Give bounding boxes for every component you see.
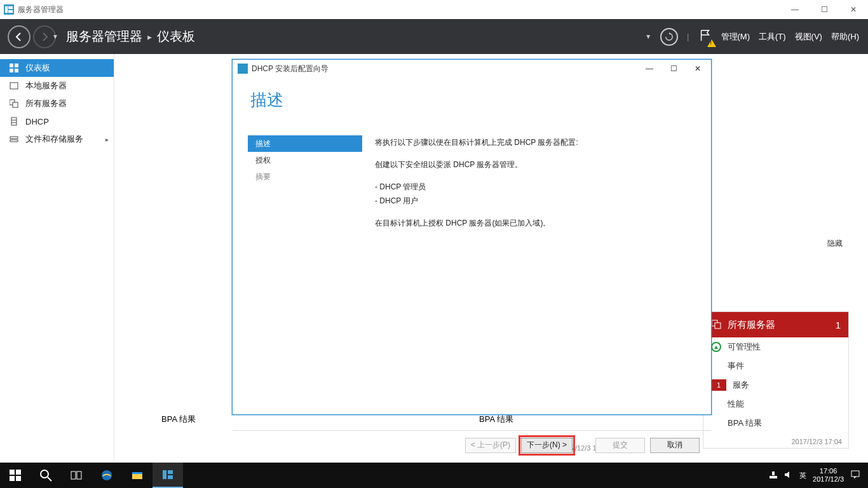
tray-clock[interactable]: 17:06 2017/12/3 [813,467,844,484]
tile-row-events[interactable]: 事件 [703,356,848,376]
dhcp-icon [9,116,19,126]
window-minimize-button[interactable]: — [780,0,810,19]
search-button[interactable] [31,463,61,488]
sidebar-item-dhcp[interactable]: DHCP [0,112,114,130]
menu-manage[interactable]: 管理(M) [721,31,750,43]
sidebar-item-label: DHCP [25,117,49,126]
commit-button: 提交 [595,438,645,453]
hide-link[interactable]: 隐藏 [827,238,843,249]
svg-rect-20 [16,476,21,481]
svg-rect-7 [10,83,18,89]
task-view-button[interactable] [61,463,92,488]
tray-notifications-icon[interactable] [850,470,860,481]
servers-icon [711,319,721,331]
dialog-footer: < 上一步(P) 下一步(N) > 提交 取消 [233,430,711,459]
servers-icon [9,98,19,109]
svg-rect-14 [10,140,18,142]
dialog-heading: 描述 [250,89,711,111]
wizard-step-summary: 摘要 [248,168,362,185]
svg-rect-6 [15,69,18,72]
window-titlebar: 服务器管理器 — ☐ ✕ [0,0,868,19]
window-close-button[interactable]: ✕ [839,0,868,19]
chevron-right-icon: ▸ [147,32,152,42]
svg-rect-5 [10,69,13,72]
svg-rect-3 [10,64,13,67]
svg-point-21 [41,470,48,478]
taskbar-ie[interactable] [92,463,122,488]
sidebar-item-all-servers[interactable]: 所有服务器 [0,95,114,112]
sidebar-item-label: 文件和存储服务 [25,133,83,145]
svg-rect-27 [132,472,142,474]
next-button[interactable]: 下一步(N) > [521,438,573,453]
tray-network-icon[interactable] [769,470,778,480]
error-badge: 1 [711,379,726,391]
start-button[interactable] [0,463,31,488]
app-icon [238,64,248,74]
sidebar-item-dashboard[interactable]: 仪表板 [0,59,114,77]
window-title: 服务器管理器 [18,4,64,15]
svg-rect-28 [163,470,166,479]
svg-rect-18 [16,470,21,475]
svg-rect-17 [10,470,15,475]
svg-rect-23 [71,471,76,479]
nav-back-button[interactable] [8,25,31,48]
sidebar-item-label: 仪表板 [25,62,50,74]
tile-all-servers[interactable]: 所有服务器 1 可管理性 事件 1 服务 性能 BPA 结果 [703,311,849,449]
svg-rect-29 [168,470,173,474]
sidebar-item-label: 本地服务器 [25,80,67,92]
menu-view[interactable]: 视图(V) [795,31,822,43]
svg-rect-19 [10,476,15,481]
tile-row-performance[interactable]: 性能 [703,395,848,414]
tile-header: 所有服务器 1 [703,312,848,337]
status-up-icon [711,342,721,352]
prev-button: < 上一步(P) [465,438,516,453]
breadcrumb: 服务器管理器 ▸ 仪表板 [66,28,195,45]
menu-help[interactable]: 帮助(H) [831,31,859,43]
svg-line-22 [48,477,51,481]
tile-row-bpa[interactable]: BPA 结果 [703,414,848,433]
svg-rect-31 [770,476,777,478]
tile-row-services[interactable]: 1 服务 [703,376,848,395]
dialog-titlebar[interactable]: DHCP 安装后配置向导 — ☐ ✕ [233,60,711,78]
tile-row-manageability[interactable]: 可管理性 [703,337,848,356]
sidebar-item-local-server[interactable]: 本地服务器 [0,77,114,95]
chevron-right-icon: ▸ [105,136,109,143]
dialog-maximize-button[interactable]: ☐ [665,64,682,73]
svg-rect-30 [168,475,173,479]
cancel-button[interactable]: 取消 [650,438,700,453]
tray-volume-icon[interactable] [784,470,793,480]
taskbar-server-manager[interactable] [153,463,183,488]
warning-badge-icon [707,39,716,47]
svg-rect-24 [77,471,81,479]
notifications-flag-icon[interactable] [698,29,712,44]
svg-rect-0 [5,6,8,13]
menu-tools[interactable]: 工具(T) [759,31,786,43]
main-content: 隐藏 1 BPA 结果 BPA 结果 2017/12/3 17:04 所有服务器… [114,54,868,463]
dialog-body-text: 将执行以下步骤以便在目标计算机上完成 DHCP 服务器配置: 创建以下安全组以委… [362,135,696,430]
svg-rect-2 [8,10,13,13]
sidebar-item-file-storage[interactable]: 文件和存储服务 ▸ [0,130,114,148]
wizard-steps: 描述 授权 摘要 [248,135,362,430]
app-icon [4,4,14,15]
svg-rect-10 [11,118,17,125]
wizard-step-authorization[interactable]: 授权 [248,152,362,168]
dialog-close-button[interactable]: ✕ [689,64,706,73]
nav-history-dropdown[interactable]: ▼ [52,33,58,40]
dialog-minimize-button[interactable]: — [641,64,658,73]
app-header: ▼ 服务器管理器 ▸ 仪表板 ▼ | 管理(M) 工具(T) 视图(V) 帮助(… [0,19,868,54]
tray-ime[interactable]: 英 [799,471,806,480]
window-maximize-button[interactable]: ☐ [810,0,839,19]
tile-count: 1 [836,320,841,330]
tile-title: 所有服务器 [728,319,775,331]
breadcrumb-dropdown[interactable]: ▼ [645,33,651,40]
svg-rect-16 [715,323,721,329]
taskbar: 英 17:06 2017/12/3 [0,463,868,488]
breadcrumb-current: 仪表板 [157,28,195,45]
taskbar-explorer[interactable] [122,463,153,488]
wizard-step-description[interactable]: 描述 [248,135,362,152]
svg-rect-1 [8,6,13,9]
breadcrumb-root[interactable]: 服务器管理器 [66,28,142,45]
dashboard-icon [9,63,19,73]
dialog-title: DHCP 安装后配置向导 [252,64,329,74]
refresh-button[interactable] [660,28,678,46]
